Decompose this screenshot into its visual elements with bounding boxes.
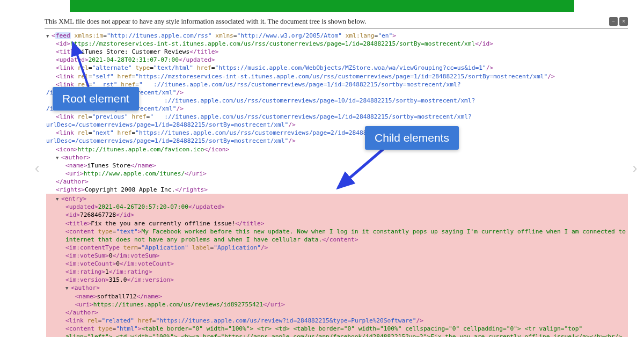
entry-content-type: <im:contentType term="Application" label… bbox=[56, 244, 628, 252]
next-slide-button[interactable]: › bbox=[628, 161, 642, 175]
updated-tag: <updated>2021-04-28T02:31:07-07:00</upda… bbox=[46, 56, 628, 64]
entry-author-close: </author> bbox=[56, 309, 628, 317]
callout-child: Child elements bbox=[365, 126, 459, 150]
entry-version: <im:version>315.0</im:version> bbox=[56, 276, 628, 284]
entry-author-open: ▼<author> bbox=[56, 284, 628, 292]
prev-slide-button[interactable]: ‹ bbox=[30, 161, 44, 175]
caret-down-icon[interactable]: ▼ bbox=[56, 155, 61, 161]
entry-block: ▼<entry> <updated>2021-04-26T20:57:20-07… bbox=[46, 194, 628, 337]
caret-down-icon[interactable]: ▼ bbox=[56, 196, 61, 202]
entry-votesum: <im:voteSum>0</im:voteSum> bbox=[56, 252, 628, 260]
info-text: This XML file does not appear to have an… bbox=[45, 17, 367, 26]
info-bar: This XML file does not appear to have an… bbox=[45, 17, 628, 28]
collapse-icon[interactable]: − bbox=[609, 17, 618, 26]
link-prev: <link rel="previous" href=" ://itunes.ap… bbox=[46, 113, 628, 121]
link-next: <link rel="next" href="https://itunes.ap… bbox=[46, 129, 628, 137]
close-icon[interactable]: × bbox=[619, 17, 628, 26]
entry-votecount: <im:voteCount>0</im:voteCount> bbox=[56, 260, 628, 268]
title-tag: <title>iTunes Store: Customer Reviews</t… bbox=[46, 48, 628, 56]
entry-link-related: <link rel="related" href="https://itunes… bbox=[56, 317, 628, 325]
link-alternate: <link rel="alternate" type="text/html" h… bbox=[46, 64, 628, 72]
entry-updated: <updated>2021-04-26T20:57:20-07:00</upda… bbox=[56, 203, 628, 211]
link-prev-cont: urlDesc=/customerreviews/page=1/id=28488… bbox=[46, 121, 628, 129]
entry-author-uri: <uri>https://itunes.apple.com/us/reviews… bbox=[56, 301, 628, 309]
callout-root: Root element bbox=[53, 87, 139, 111]
caret-down-icon[interactable]: ▼ bbox=[65, 285, 71, 291]
entry-author-name: <name>softball712</name> bbox=[56, 292, 628, 301]
entry-title: <title>Fix the you are currently offline… bbox=[56, 219, 628, 228]
entry-content-text: <content type="text">My Facebook worked … bbox=[56, 228, 628, 244]
arrow-root-icon bbox=[59, 38, 107, 91]
feed-open-tag: ▼<feed xmlns:im="http://itunes.apple.com… bbox=[46, 32, 628, 40]
id-tag: <id>https://mzstoreservices-int-st.itune… bbox=[46, 40, 628, 48]
link-self: <link rel="self" href="https://mzstorese… bbox=[46, 72, 628, 80]
entry-id: <id>7268467728</id> bbox=[56, 211, 628, 219]
svg-line-0 bbox=[73, 43, 89, 87]
frame-top-bar bbox=[70, 0, 574, 12]
info-controls: − × bbox=[609, 17, 628, 26]
entry-rating: <im:rating>1</im:rating> bbox=[56, 268, 628, 276]
entry-content-html: <content type="html"><table border="0" w… bbox=[56, 325, 628, 337]
caret-down-icon[interactable]: ▼ bbox=[46, 33, 52, 39]
